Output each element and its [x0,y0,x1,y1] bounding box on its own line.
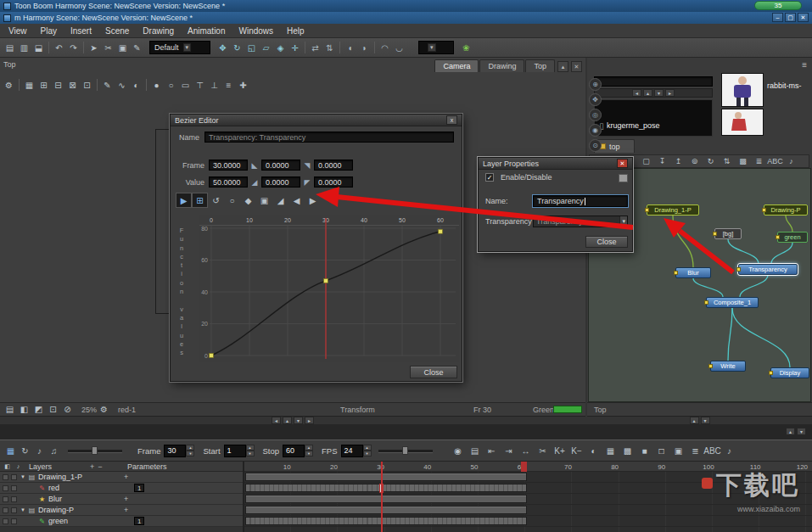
split-icon[interactable]: ✂ [535,444,552,457]
volume-slider[interactable] [68,445,122,456]
menu-help[interactable]: Help [280,25,311,37]
timeline-playhead[interactable] [381,462,383,532]
ungroup-icon[interactable]: ▢ [638,154,654,168]
row-lock-toggle[interactable] [11,496,17,502]
close-icon[interactable]: ✕ [617,159,628,168]
scroll-down-icon[interactable]: ▾ [654,89,664,97]
ease-in-icon[interactable]: ◠ [378,41,392,54]
library-item[interactable]: ▯ krugerme_pose [596,119,660,132]
exit-group-icon[interactable]: ↥ [670,154,686,168]
node-green[interactable]: green [777,232,808,243]
open-scene-icon[interactable]: ▥ [17,41,31,54]
camera-hscrollbar[interactable]: ◂▴▾▸ [0,416,585,424]
layer-properties-dialog[interactable]: Layer Properties ✕ ✓ Enable/Disable Name… [478,157,633,252]
spin-down-icon[interactable] [305,451,313,456]
swap-icon[interactable]: ↔ [518,444,535,457]
menu-drawing[interactable]: Drawing [136,25,181,37]
frame-spinner[interactable]: 30 [164,445,194,457]
row-lock-toggle[interactable] [11,474,17,480]
paste-icon[interactable]: ▣ [115,41,130,54]
matte-icon[interactable]: ◧ [17,403,31,417]
bezier-editor-dialog[interactable]: Bezier Editor x Name Transparency: Trans… [170,114,462,382]
spin-down-icon[interactable] [246,451,255,456]
align-top-icon[interactable]: ⊤ [193,78,207,92]
sound-track-icon[interactable]: ♪ [721,444,738,457]
fps-spinner[interactable]: 24 [341,445,372,457]
reset-view-icon[interactable]: ↺ [208,193,224,208]
menu-windows[interactable]: Windows [232,25,280,37]
exposure-value[interactable]: 1 [134,484,144,492]
expand-arrow-icon[interactable]: ▼ [19,474,27,479]
mark-out-icon[interactable]: ⇥ [501,444,518,457]
sound-icon[interactable]: ♪ [783,154,799,168]
onion-skin-next-icon[interactable]: ◗ [357,41,372,54]
thumbnail-icon[interactable]: ▤ [467,444,484,457]
panel-menu-icon[interactable]: ≡ [802,60,807,70]
node-transparency[interactable]: Transparency [738,264,798,275]
row-lock-toggle[interactable] [11,518,17,524]
orbit-tool-icon[interactable]: ◎ [589,109,602,121]
add-parameter-button[interactable]: + [124,473,128,481]
camera-mask-icon[interactable]: ◉ [450,444,467,457]
menu-play[interactable]: Play [34,25,64,37]
perspective-icon[interactable]: ◈ [273,41,288,54]
stop-frame-marker[interactable] [521,462,527,472]
safe-area-icon[interactable]: ⊟ [51,78,65,92]
white-bg-icon[interactable]: □ [653,444,670,457]
align-bottom-icon[interactable]: ⊥ [207,78,221,92]
timeline-layer-red[interactable]: ✎red1 [0,483,243,494]
timeline-layer-Drawing-P[interactable]: ▼▤Drawing-P+ [0,505,243,516]
sound-scrub-icon[interactable]: ♫ [47,444,61,457]
spin-up-icon[interactable] [186,445,194,451]
stop-value[interactable]: 60 [283,445,305,457]
bezier-graph[interactable]: 0204060800102030405060 [199,215,459,362]
scroll-left-icon[interactable]: ◂ [632,89,641,97]
caption-icon[interactable]: ABC [767,154,783,168]
handle-right-icon[interactable]: ◤ [300,178,314,187]
scroll-down-icon[interactable]: ▾ [797,428,806,435]
flatten-icon[interactable]: ≡ [221,78,236,92]
copy-curve-icon[interactable]: ▣ [256,193,272,208]
add-keyframe-icon[interactable]: K+ [552,444,568,457]
brush-icon[interactable]: ✎ [130,41,144,54]
lock-icon[interactable]: ⊡ [80,78,94,92]
camera-icon[interactable]: ◉ [589,124,602,137]
row-visibility-toggle[interactable] [3,518,8,524]
grid-icon[interactable]: ▦ [22,78,36,92]
grid-icon[interactable]: ▦ [602,444,619,457]
right-handle-field[interactable]: 0.0000 [314,176,353,188]
settings-icon[interactable]: ⚙ [97,403,111,417]
library-scroll-bar[interactable]: ◂▴▾▸ [594,88,713,98]
enable-checkbox[interactable]: ✓ [485,173,494,182]
exposure-block[interactable] [245,517,527,525]
scroll-right-icon[interactable]: ▸ [665,89,675,97]
new-scene-icon[interactable]: ▤ [3,41,17,54]
stop-spinner[interactable]: 60 [283,445,313,457]
prev-keyframe-icon[interactable]: ◀ [288,193,305,208]
scroll-up-icon[interactable]: ▴ [283,417,292,424]
render-view-icon[interactable]: ❀ [459,41,473,54]
flip-vertical-icon[interactable]: ⇅ [322,41,337,54]
row-visibility-toggle[interactable] [3,485,8,491]
scroll-right-icon[interactable]: ▸ [305,417,314,424]
loop-icon[interactable]: ↻ [18,444,32,457]
node-write[interactable]: Write [710,361,746,372]
tab-menu-icon[interactable]: ▴ [557,61,568,72]
node-composite-1[interactable]: Composite_1 [706,297,759,308]
menu-scene[interactable]: Scene [98,25,136,37]
row-lock-toggle[interactable] [11,485,17,491]
menu-animation[interactable]: Animation [181,25,232,37]
list-icon[interactable]: ≣ [687,444,704,457]
rectangle-tool-icon[interactable]: ▭ [178,78,193,92]
handle-left-icon[interactable]: ◣ [248,161,261,170]
mark-in-icon[interactable]: ⇤ [484,444,501,457]
pencil-icon[interactable]: ✎ [100,78,115,92]
spin-up-icon[interactable] [305,445,313,451]
dialog-title-bar[interactable]: Layer Properties ✕ [479,158,632,170]
start-value[interactable]: 1 [224,445,246,457]
spin-down-icon[interactable] [186,451,194,456]
keyframe-icon[interactable]: ◆ [240,193,256,208]
minimize-button[interactable]: – [772,13,783,22]
ellipse-tool-icon[interactable]: ○ [164,78,178,92]
disable-icon[interactable]: ⊘ [60,403,75,417]
